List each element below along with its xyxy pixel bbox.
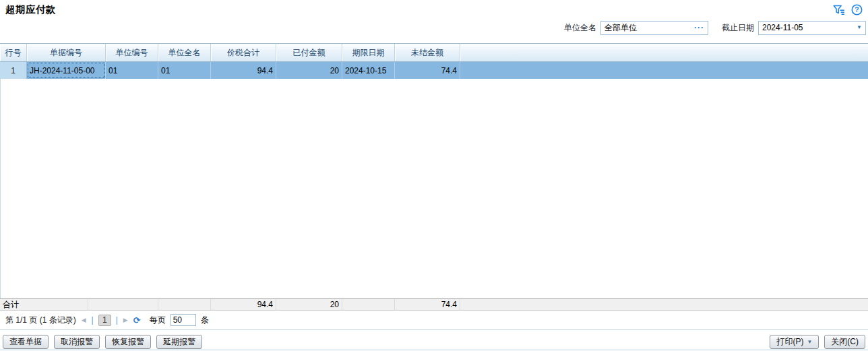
col-header-unit-no[interactable]: 单位编号 bbox=[106, 44, 158, 61]
col-header-paid[interactable]: 已付金额 bbox=[276, 44, 342, 61]
refresh-icon[interactable]: ⟳ bbox=[133, 315, 141, 325]
cell-price-tax[interactable]: 94.4 bbox=[211, 62, 276, 79]
cutoff-date-value: 2024-11-05 bbox=[762, 23, 857, 32]
right-actions: 打印(P) ▼ 关闭(C) bbox=[770, 335, 865, 349]
page-info: 第 1/1 页 (1 条记录) bbox=[5, 315, 76, 326]
cell-row-no[interactable]: 1 bbox=[0, 62, 27, 79]
topbar: 超期应付款 ? bbox=[0, 0, 868, 19]
total-paid: 20 bbox=[276, 299, 342, 310]
col-header-unit-name[interactable]: 单位全名 bbox=[158, 44, 211, 61]
payables-grid: 行号 单据编号 单位编号 单位全名 价税合计 已付金额 期限日期 未结金额 1 … bbox=[0, 43, 868, 330]
left-actions: 查看单据 取消报警 恢复报警 延期报警 bbox=[3, 335, 202, 349]
topbar-icons: ? bbox=[833, 3, 863, 15]
unit-name-label: 单位全名 bbox=[564, 22, 596, 34]
filter-bar: 单位全名 全部单位 ··· 截止日期 2024-11-05 ▼ bbox=[0, 19, 868, 36]
cell-deadline[interactable]: 2024-10-15 bbox=[342, 62, 395, 79]
unit-name-picker[interactable]: 全部单位 ··· bbox=[600, 21, 708, 35]
print-button-label: 打印(P) bbox=[776, 336, 803, 348]
table-row[interactable]: 1 JH-2024-11-05-00 01 01 94.4 20 2024-10… bbox=[0, 62, 868, 79]
pagination-bar: 第 1/1 页 (1 条记录) ◀ | 1 | ▶ ⟳ 每页 条 bbox=[0, 311, 868, 330]
cutoff-date-select[interactable]: 2024-11-05 ▼ bbox=[758, 21, 866, 35]
help-icon[interactable]: ? bbox=[851, 4, 863, 15]
cell-unit-name[interactable]: 01 bbox=[158, 62, 211, 79]
row-filler bbox=[460, 62, 868, 79]
grid-header-row: 行号 单据编号 单位编号 单位全名 价税合计 已付金额 期限日期 未结金额 bbox=[0, 43, 868, 62]
col-header-unsettled[interactable]: 未结金额 bbox=[395, 44, 460, 61]
next-page-icon[interactable]: ▶ bbox=[123, 317, 129, 323]
print-button[interactable]: 打印(P) ▼ bbox=[770, 335, 819, 349]
chevron-down-icon[interactable]: ▼ bbox=[857, 25, 862, 30]
total-label: 合计 bbox=[0, 299, 88, 310]
action-bar: 查看单据 取消报警 恢复报警 延期报警 打印(P) ▼ 关闭(C) bbox=[0, 330, 868, 350]
overdue-payables-window: 超期应付款 ? 单位全名 bbox=[0, 0, 868, 353]
print-dropdown-icon[interactable]: ▼ bbox=[807, 340, 812, 345]
pager-divider: | bbox=[92, 315, 94, 325]
close-button[interactable]: 关闭(C) bbox=[824, 335, 865, 349]
filter-funnel-icon[interactable] bbox=[833, 5, 845, 15]
cell-unit-no[interactable]: 01 bbox=[106, 62, 158, 79]
unit-name-value: 全部单位 bbox=[604, 22, 694, 34]
bottom-divider bbox=[0, 350, 868, 350]
view-doc-button[interactable]: 查看单据 bbox=[3, 335, 49, 349]
cell-paid[interactable]: 20 bbox=[276, 62, 342, 79]
total-empty-1 bbox=[88, 299, 158, 310]
col-header-price-tax[interactable]: 价税合计 bbox=[211, 44, 276, 61]
cancel-alarm-button[interactable]: 取消报警 bbox=[54, 335, 100, 349]
col-header-doc-no[interactable]: 单据编号 bbox=[27, 44, 106, 61]
ellipsis-icon[interactable]: ··· bbox=[694, 23, 704, 32]
col-header-filler bbox=[460, 44, 868, 61]
total-filler bbox=[460, 299, 868, 310]
cell-unsettled[interactable]: 74.4 bbox=[395, 62, 460, 79]
page-number-button[interactable]: 1 bbox=[98, 315, 111, 326]
postpone-alarm-button[interactable]: 延期报警 bbox=[156, 335, 202, 349]
grid-total-row: 合计 94.4 20 74.4 bbox=[0, 298, 868, 311]
col-header-row-no[interactable]: 行号 bbox=[0, 44, 27, 61]
cell-doc-no[interactable]: JH-2024-11-05-00 bbox=[27, 62, 106, 79]
per-page-label: 每页 bbox=[150, 315, 166, 326]
per-page-input[interactable] bbox=[170, 314, 196, 326]
grid-empty-area bbox=[0, 79, 868, 298]
pager-divider: | bbox=[116, 315, 118, 325]
total-empty-3 bbox=[342, 299, 395, 310]
restore-alarm-button[interactable]: 恢复报警 bbox=[105, 335, 151, 349]
page-title: 超期应付款 bbox=[5, 3, 56, 16]
total-empty-2 bbox=[158, 299, 211, 310]
per-page-unit: 条 bbox=[201, 315, 209, 326]
prev-page-icon[interactable]: ◀ bbox=[81, 317, 87, 323]
col-header-deadline[interactable]: 期限日期 bbox=[342, 44, 395, 61]
svg-text:?: ? bbox=[855, 5, 859, 13]
total-price-tax: 94.4 bbox=[211, 299, 276, 310]
cutoff-date-label: 截止日期 bbox=[722, 22, 754, 34]
total-unsettled: 74.4 bbox=[395, 299, 460, 310]
